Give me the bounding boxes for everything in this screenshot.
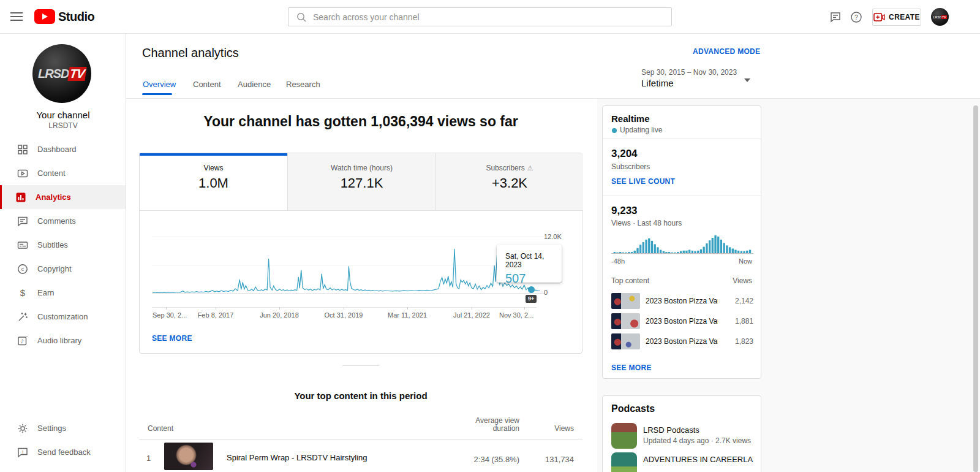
- sidebar-menu: Dashboard Content Analytics Comments: [0, 137, 126, 352]
- x-axis-tick: Jun 20, 2018: [260, 311, 299, 319]
- list-item[interactable]: 2023 Boston Pizza Varsit... 1,881: [611, 311, 753, 332]
- avg-view-duration-cell: 2:34 (35.8%): [455, 455, 519, 464]
- date-preset-label: Lifetime: [641, 78, 753, 88]
- axis-label-end: Now: [739, 257, 752, 265]
- tab-research[interactable]: Research: [286, 80, 320, 89]
- studio-logo-text: Studio: [58, 10, 94, 24]
- video-thumbnail[interactable]: [164, 443, 213, 470]
- page-title: Channel analytics: [142, 46, 239, 60]
- video-title: 2023 Boston Pizza Varsit...: [646, 297, 718, 305]
- tab-overview[interactable]: Overview: [143, 80, 176, 89]
- channel-search[interactable]: [288, 7, 672, 26]
- copyright-icon: c: [17, 263, 30, 275]
- tab-content[interactable]: Content: [193, 80, 221, 89]
- top-content-heading: Your top content in this period: [139, 390, 582, 401]
- podcast-title: ADVENTURES IN CAREERLAND with ...: [643, 455, 753, 464]
- sidebar-item-earn[interactable]: $ Earn: [0, 281, 126, 305]
- sidebar-item-analytics[interactable]: Analytics: [0, 185, 126, 209]
- sidebar-item-content[interactable]: Content: [0, 161, 126, 185]
- top-content-column: Top content: [611, 276, 649, 285]
- sidebar-item-subtitles[interactable]: Subtitles: [0, 233, 126, 257]
- tab-audience[interactable]: Audience: [238, 80, 271, 89]
- updating-live-label: Updating live: [620, 126, 662, 134]
- sidebar-item-label: Settings: [37, 424, 66, 433]
- active-tab-underline: [142, 93, 172, 95]
- views-line-chart[interactable]: [153, 237, 540, 294]
- create-button-label: CREATE: [889, 13, 920, 21]
- channel-handle: LRSDTV: [0, 121, 126, 130]
- youtube-studio-logo[interactable]: Studio: [34, 9, 94, 24]
- sidebar-item-send-feedback[interactable]: ! Send feedback: [0, 440, 126, 464]
- podcasts-card: Podcasts LRSD Podcasts Updated 4 days ag…: [602, 395, 761, 472]
- account-avatar[interactable]: LRSDTV: [931, 8, 949, 26]
- warning-icon: ⚠: [527, 164, 533, 172]
- list-item[interactable]: 2023 Boston Pizza Varsit... 1,823: [611, 332, 753, 352]
- chevron-down-icon: [744, 78, 750, 82]
- hover-point-marker: [528, 286, 535, 293]
- podcast-meta: Updated 4 days ago · 2.7K views: [643, 436, 753, 445]
- metric-tab-subscribers[interactable]: Subscribers⚠ +3.2K: [435, 153, 583, 211]
- podcast-thumbnail: [611, 452, 637, 472]
- date-range-picker[interactable]: Sep 30, 2015 – Nov 30, 2023 Lifetime: [641, 68, 753, 88]
- youtube-studio-analytics-page: Studio ? CREATE: [0, 0, 980, 472]
- sidebar-item-label: Content: [37, 169, 66, 178]
- realtime-subscribers-count: 3,204: [611, 148, 638, 160]
- published-videos-badge[interactable]: 9+: [526, 295, 537, 303]
- create-button[interactable]: CREATE: [872, 9, 921, 26]
- feedback-icon[interactable]: [830, 12, 841, 23]
- metric-tab-watch-time[interactable]: Watch time (hours) 127.1K: [287, 153, 435, 211]
- tooltip-date: Sat, Oct 14, 2023: [505, 252, 562, 269]
- column-header-avg-view-duration[interactable]: Average view duration: [467, 417, 519, 433]
- customization-icon: [17, 311, 30, 323]
- sidebar-item-comments[interactable]: Comments: [0, 209, 126, 233]
- realtime-see-more-link[interactable]: SEE MORE: [611, 364, 652, 372]
- chart-see-more-link[interactable]: SEE MORE: [152, 334, 192, 343]
- search-input[interactable]: [313, 12, 671, 22]
- sidebar-item-dashboard[interactable]: Dashboard: [0, 137, 126, 161]
- list-item[interactable]: LRSD Podcasts Updated 4 days ago · 2.7K …: [611, 423, 753, 450]
- topbar: Studio ? CREATE: [0, 0, 980, 34]
- video-plus-icon: [873, 13, 885, 21]
- svg-text:c: c: [21, 266, 24, 272]
- column-header-views[interactable]: Views: [543, 424, 574, 433]
- x-axis-tick: Sep 30, 2...: [153, 311, 187, 319]
- hamburger-menu-icon[interactable]: [10, 12, 23, 21]
- column-header-content[interactable]: Content: [148, 424, 173, 433]
- realtime-bar-chart[interactable]: [611, 230, 753, 254]
- svg-text:$: $: [20, 287, 26, 298]
- row-rank: 1: [146, 454, 151, 463]
- y-axis-tick: 0: [544, 289, 548, 296]
- video-title[interactable]: Spiral Perm Wrap - LRSDTV Hairstyling: [227, 453, 367, 462]
- vertical-scrollbar[interactable]: [973, 105, 978, 472]
- content-icon: [17, 167, 30, 180]
- metric-value: +3.2K: [436, 175, 583, 191]
- see-live-count-link[interactable]: SEE LIVE COUNT: [611, 177, 675, 186]
- divider: [603, 139, 762, 139]
- section-divider: [342, 365, 379, 366]
- realtime-subscribers-label: Subscribers: [611, 162, 650, 171]
- video-title: 2023 Boston Pizza Varsit...: [646, 337, 718, 346]
- axis-label-start: -48h: [611, 257, 625, 265]
- sidebar-item-settings[interactable]: Settings: [0, 416, 126, 440]
- metric-value: 1.0M: [140, 175, 287, 191]
- video-title: 2023 Boston Pizza Varsit...: [646, 317, 718, 325]
- sidebar-item-label: Dashboard: [37, 145, 77, 154]
- earn-icon: $: [17, 287, 30, 299]
- sidebar-item-copyright[interactable]: c Copyright: [0, 257, 126, 281]
- analytics-icon: [15, 191, 28, 204]
- channel-avatar[interactable]: LRSDTV: [32, 44, 91, 103]
- sidebar-item-customization[interactable]: Customization: [0, 305, 126, 329]
- list-item[interactable]: 2023 Boston Pizza Varsit... 2,142: [611, 291, 753, 311]
- realtime-card: Realtime Updating live 3,204 Subscribers…: [602, 105, 761, 379]
- views-value: 2,142: [723, 297, 753, 305]
- search-icon: [296, 12, 307, 23]
- list-item[interactable]: ADVENTURES IN CAREERLAND with ...: [611, 452, 753, 472]
- x-axis-tick: Oct 31, 2019: [325, 311, 363, 319]
- advanced-mode-link[interactable]: ADVANCED MODE: [693, 47, 760, 56]
- help-icon[interactable]: ?: [851, 12, 862, 23]
- sidebar-item-audio-library[interactable]: ♪ Audio library: [0, 329, 126, 352]
- settings-gear-icon: [17, 422, 30, 435]
- sidebar-item-label: Subtitles: [37, 240, 68, 249]
- metric-tab-views[interactable]: Views 1.0M: [140, 153, 287, 211]
- analytics-chart-card: Views 1.0M Watch time (hours) 127.1K Sub…: [139, 153, 582, 354]
